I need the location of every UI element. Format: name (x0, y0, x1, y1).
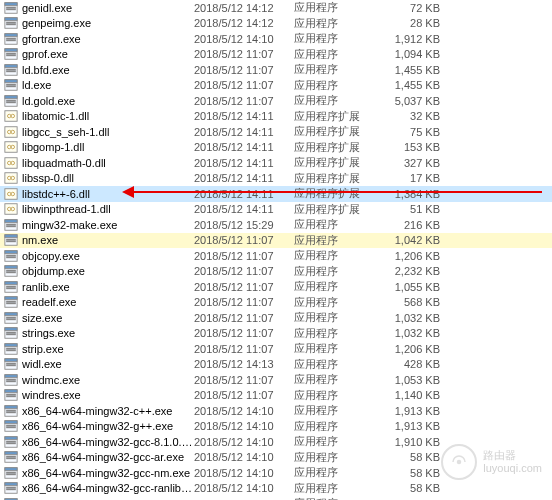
file-type: 应用程序 (294, 481, 376, 496)
file-type: 应用程序 (294, 450, 376, 465)
file-row[interactable]: objcopy.exe2018/5/12 11:07应用程序1,206 KB (0, 248, 552, 264)
svg-rect-10 (7, 38, 16, 39)
file-row[interactable]: gfortran.exe2018/5/12 14:10应用程序1,912 KB (0, 31, 552, 47)
exe-icon (4, 94, 18, 108)
file-name: libatomic-1.dll (22, 110, 194, 122)
watermark-title: 路由器 (483, 449, 542, 462)
exe-icon (4, 63, 18, 77)
file-date: 2018/5/12 11:07 (194, 250, 294, 262)
file-row[interactable]: libwinpthread-1.dll2018/5/12 14:11应用程序扩展… (0, 202, 552, 218)
file-name: gfortran.exe (22, 33, 194, 45)
file-type: 应用程序扩展 (294, 171, 376, 186)
file-row[interactable]: genidl.exe2018/5/12 14:12应用程序72 KB (0, 0, 552, 16)
dll-icon (4, 202, 18, 216)
file-row[interactable]: nm.exe2018/5/12 11:07应用程序1,042 KB (0, 233, 552, 249)
file-row[interactable]: ld.bfd.exe2018/5/12 11:07应用程序1,455 KB (0, 62, 552, 78)
file-date: 2018/5/12 11:07 (194, 389, 294, 401)
file-name: x86_64-w64-mingw32-g++.exe (22, 420, 194, 432)
svg-rect-68 (7, 288, 16, 289)
file-name: objcopy.exe (22, 250, 194, 262)
svg-rect-118 (5, 483, 17, 486)
file-type: 应用程序 (294, 217, 376, 232)
exe-icon (4, 1, 18, 15)
file-row[interactable]: libstdc++-6.dll2018/5/12 14:11应用程序扩展1,38… (0, 186, 552, 202)
file-date: 2018/5/12 14:11 (194, 110, 294, 122)
file-row[interactable]: gprof.exe2018/5/12 11:07应用程序1,094 KB (0, 47, 552, 63)
svg-rect-19 (7, 71, 16, 72)
file-type: 应用程序 (294, 326, 376, 341)
file-row[interactable]: libquadmath-0.dll2018/5/12 14:11应用程序扩展32… (0, 155, 552, 171)
file-name: strip.exe (22, 343, 194, 355)
file-type: 应用程序 (294, 357, 376, 372)
file-row[interactable]: ld.exe2018/5/12 11:07应用程序1,455 KB (0, 78, 552, 94)
svg-rect-98 (5, 406, 17, 409)
file-row[interactable]: libssp-0.dll2018/5/12 14:11应用程序扩展17 KB (0, 171, 552, 187)
file-row[interactable]: x86_64-w64-mingw32-g++.exe2018/5/12 14:1… (0, 419, 552, 435)
file-size: 5,037 KB (376, 95, 448, 107)
file-name: ld.exe (22, 79, 194, 91)
dll-icon (4, 109, 18, 123)
file-size: 28 KB (376, 17, 448, 29)
svg-rect-9 (5, 34, 17, 37)
svg-rect-76 (7, 319, 16, 320)
svg-rect-84 (7, 350, 16, 351)
svg-rect-119 (7, 487, 16, 488)
file-row[interactable]: libatomic-1.dll2018/5/12 14:11应用程序扩展32 K… (0, 109, 552, 125)
svg-rect-58 (5, 251, 17, 254)
file-date: 2018/5/12 14:11 (194, 141, 294, 153)
file-date: 2018/5/12 14:11 (194, 188, 294, 200)
file-row[interactable]: size.exe2018/5/12 11:07应用程序1,032 KB (0, 310, 552, 326)
file-date: 2018/5/12 14:10 (194, 436, 294, 448)
svg-rect-72 (7, 303, 16, 304)
svg-rect-60 (7, 257, 16, 258)
file-row[interactable]: objdump.exe2018/5/12 11:07应用程序2,232 KB (0, 264, 552, 280)
exe-icon (4, 280, 18, 294)
file-row[interactable]: strings.exe2018/5/12 11:07应用程序1,032 KB (0, 326, 552, 342)
svg-rect-86 (5, 359, 17, 362)
file-size: 1,912 KB (376, 33, 448, 45)
file-row[interactable]: widl.exe2018/5/12 14:13应用程序428 KB (0, 357, 552, 373)
exe-icon (4, 47, 18, 61)
file-row[interactable]: windres.exe2018/5/12 11:07应用程序1,140 KB (0, 388, 552, 404)
file-name: libquadmath-0.dll (22, 157, 194, 169)
file-row[interactable]: windmc.exe2018/5/12 11:07应用程序1,053 KB (0, 372, 552, 388)
svg-rect-99 (7, 410, 16, 411)
file-row[interactable]: libgomp-1.dll2018/5/12 14:11应用程序扩展153 KB (0, 140, 552, 156)
file-date: 2018/5/12 11:07 (194, 327, 294, 339)
file-type: 应用程序 (294, 264, 376, 279)
file-size: 17 KB (376, 172, 448, 184)
svg-rect-50 (5, 220, 17, 223)
file-name: libstdc++-6.dll (22, 188, 194, 200)
file-type: 应用程序 (294, 0, 376, 15)
file-date: 2018/5/12 11:07 (194, 343, 294, 355)
file-name: windmc.exe (22, 374, 194, 386)
file-size: 1,455 KB (376, 79, 448, 91)
file-row[interactable]: ranlib.exe2018/5/12 11:07应用程序1,055 KB (0, 279, 552, 295)
file-row[interactable]: ld.gold.exe2018/5/12 11:07应用程序5,037 KB (0, 93, 552, 109)
file-date: 2018/5/12 14:13 (194, 358, 294, 370)
svg-rect-13 (5, 49, 17, 52)
file-type: 应用程序扩展 (294, 124, 376, 139)
file-row[interactable]: libgcc_s_seh-1.dll2018/5/12 14:11应用程序扩展7… (0, 124, 552, 140)
svg-rect-106 (5, 437, 17, 440)
file-row[interactable]: x86_64-w64-mingw32-c++.exe2018/5/12 14:1… (0, 403, 552, 419)
svg-rect-115 (7, 472, 16, 473)
file-row[interactable]: x86_64-w64-mingw32-gcc-ranlib.exe2018/5/… (0, 481, 552, 497)
svg-rect-67 (7, 286, 16, 287)
file-type: 应用程序 (294, 31, 376, 46)
file-row[interactable]: x86_64-w64-mingw32-gfortran.exe2018/5/12… (0, 496, 552, 500)
svg-rect-23 (7, 86, 16, 87)
file-row[interactable]: readelf.exe2018/5/12 11:07应用程序568 KB (0, 295, 552, 311)
file-row[interactable]: genpeimg.exe2018/5/12 14:12应用程序28 KB (0, 16, 552, 32)
file-type: 应用程序 (294, 388, 376, 403)
file-date: 2018/5/12 14:11 (194, 172, 294, 184)
file-row[interactable]: strip.exe2018/5/12 11:07应用程序1,206 KB (0, 341, 552, 357)
watermark: 路由器 luyouqi.com (441, 444, 542, 480)
file-name: libgcc_s_seh-1.dll (22, 126, 194, 138)
file-list[interactable]: genidl.exe2018/5/12 14:12应用程序72 KBgenpei… (0, 0, 552, 500)
svg-rect-1 (5, 3, 17, 6)
svg-rect-103 (7, 425, 16, 426)
file-type: 应用程序扩展 (294, 109, 376, 124)
svg-rect-11 (7, 40, 16, 41)
file-row[interactable]: mingw32-make.exe2018/5/12 15:29应用程序216 K… (0, 217, 552, 233)
